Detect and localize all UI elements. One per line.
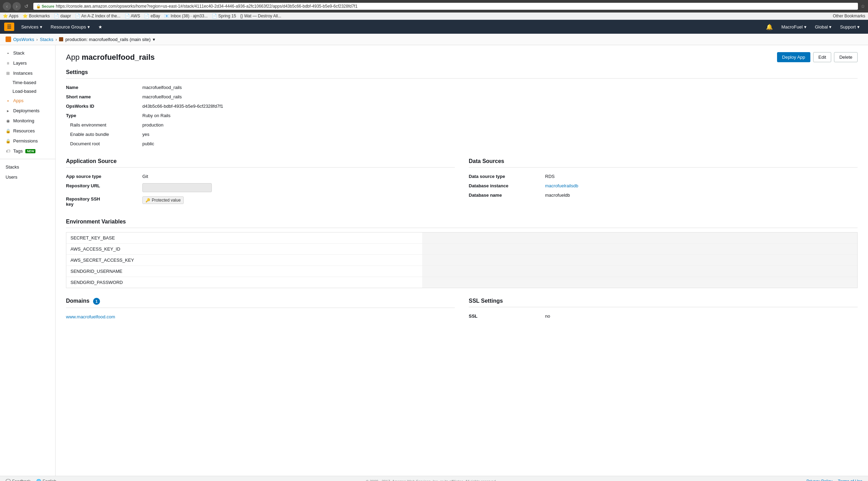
auto-bundle-value: yes	[142, 132, 149, 137]
domain-link[interactable]: www.macrofuelfood.com	[66, 314, 115, 319]
breadcrumb-separator-2: ›	[56, 37, 57, 42]
user-nav-item[interactable]: MacroFuel ▾	[777, 20, 810, 34]
sidebar-item-stacks[interactable]: Stacks	[0, 162, 55, 172]
type-label: Type	[66, 113, 142, 118]
db-instance-link[interactable]: macrofuelrailsdb	[545, 183, 578, 188]
bookmark-bookmarks[interactable]: ⭐ Bookmarks	[23, 14, 50, 18]
env-key-sendgrid-pass: SENDGRID_PASSWORD	[66, 277, 422, 288]
aws-logo: ☰	[4, 23, 14, 31]
sidebar-item-tags[interactable]: 🏷 Tags NEW	[0, 146, 55, 156]
bookmark-ebay[interactable]: 📄 eBay	[144, 14, 160, 18]
env-val-sendgrid-user	[422, 266, 857, 277]
opsworks-breadcrumb: OpsWorks	[6, 36, 34, 42]
resources-icon: 🔒	[6, 129, 10, 133]
bookmark-star[interactable]: ☆	[861, 3, 865, 9]
forward-button[interactable]: ›	[12, 2, 21, 10]
sidebar-item-layers[interactable]: ≡ Layers	[0, 58, 55, 68]
data-source-type-row: Data source type RDS	[469, 172, 858, 181]
deploy-app-button[interactable]: Deploy App	[777, 52, 811, 62]
settings-docroot-row: Document root public	[66, 139, 858, 148]
terms-of-use-link[interactable]: Terms of Use	[838, 479, 862, 481]
env-row-sendgrid-user: SENDGRID_USERNAME	[66, 266, 857, 277]
app-source-type-row: App source type Git	[66, 172, 455, 181]
sidebar-item-monitoring[interactable]: ◉ Monitoring	[0, 116, 55, 126]
sidebar-item-users[interactable]: Users	[0, 172, 55, 182]
address-bar[interactable]: 🔒 Secure https://console.aws.amazon.com/…	[33, 3, 858, 10]
settings-section: Settings Name macrofuelfood_rails Short …	[66, 69, 858, 148]
env-key-secret-key: SECRET_KEY_BASE	[66, 233, 422, 243]
feedback-button[interactable]: 💬 Feedback	[6, 479, 31, 481]
delete-button[interactable]: Delete	[834, 52, 858, 62]
env-val-sendgrid-pass	[422, 277, 857, 288]
sidebar-item-time-based[interactable]: Time-based	[0, 78, 55, 87]
stacks-link[interactable]: Stacks	[40, 37, 53, 42]
env-row-access-key-id: AWS_ACCESS_KEY_ID	[66, 244, 857, 255]
bookmark-apps[interactable]: ⭐ Apps	[3, 14, 18, 18]
feedback-icon: 💬	[6, 479, 11, 481]
sidebar-item-instances[interactable]: ⊞ Instances	[0, 68, 55, 78]
sidebar-item-resources[interactable]: 🔒 Resources	[0, 126, 55, 136]
back-button[interactable]: ‹	[3, 2, 11, 10]
monitoring-icon: ◉	[6, 119, 10, 123]
bookmark-az-index[interactable]: 📄 An A-Z Index of the...	[75, 14, 120, 18]
breadcrumb-separator-1: ›	[36, 37, 37, 42]
secure-badge: 🔒 Secure	[36, 4, 55, 9]
notification-bell-icon[interactable]: 🔔	[762, 24, 777, 30]
region-chevron-icon: ▾	[829, 24, 832, 30]
rails-env-label: Rails environment	[66, 122, 142, 128]
sidebar-item-stack[interactable]: ▪ Stack	[0, 48, 55, 58]
opsworks-link[interactable]: OpsWorks	[13, 37, 34, 42]
bookmark-inbox[interactable]: 📧 Inbox (38) · ajm33...	[164, 14, 208, 18]
browser-nav-buttons: ‹ › ↺	[3, 2, 31, 10]
env-row-secret-key: SECRET_KEY_BASE	[66, 233, 857, 244]
app-source-section: Application Source App source type Git R…	[66, 158, 455, 209]
sidebar-item-deployments[interactable]: ▸ Deployments	[0, 106, 55, 116]
support-nav-item[interactable]: Support ▾	[836, 20, 864, 34]
docroot-value: public	[142, 141, 154, 146]
header-buttons: Deploy App Edit Delete	[777, 52, 858, 62]
bookmark-aws[interactable]: 📄 AWS	[125, 14, 140, 18]
sidebar-item-load-based[interactable]: Load-based	[0, 87, 55, 96]
domains-section: Domains 1 www.macrofuelfood.com	[66, 298, 455, 321]
app-source-type-value: Git	[142, 174, 148, 179]
services-nav-item[interactable]: Services ▾	[17, 20, 47, 34]
privacy-policy-link[interactable]: Privacy Policy	[807, 479, 833, 481]
app-source-col: Application Source App source type Git R…	[66, 158, 455, 219]
bookmark-daapr[interactable]: 📄 daapr	[54, 14, 71, 18]
env-key-access-key-id: AWS_ACCESS_KEY_ID	[66, 244, 422, 254]
resource-groups-nav-item[interactable]: Resource Groups ▾	[47, 20, 94, 34]
breadcrumb-current: production: macrofuelfood_rails (main si…	[65, 37, 151, 42]
env-variables-title: Environment Variables	[66, 219, 858, 228]
settings-name-row: Name macrofuelfood_rails	[66, 83, 858, 92]
env-variables-section: Environment Variables SECRET_KEY_BASE AW…	[66, 219, 858, 288]
other-bookmarks[interactable]: Other Bookmarks	[833, 14, 865, 18]
auto-bundle-label: Enable auto bundle	[66, 132, 142, 137]
star-nav-item[interactable]: ★	[94, 20, 107, 34]
data-source-type-label: Data source type	[469, 174, 545, 179]
aws-top-nav: ☰ Services ▾ Resource Groups ▾ ★ 🔔 Macro…	[0, 20, 868, 34]
browser-chrome: ‹ › ↺ 🔒 Secure https://console.aws.amazo…	[0, 0, 868, 13]
region-nav-item[interactable]: Global ▾	[811, 20, 836, 34]
app-source-type-label: App source type	[66, 174, 142, 179]
deployments-icon: ▸	[6, 108, 10, 113]
sidebar-item-apps[interactable]: ▪ Apps	[0, 96, 55, 106]
user-chevron-icon: ▾	[804, 24, 807, 30]
domains-col: Domains 1 www.macrofuelfood.com	[66, 298, 455, 331]
page-title: App macrofuelfood_rails	[66, 53, 155, 62]
db-name-label: Database name	[469, 193, 545, 198]
refresh-button[interactable]: ↺	[22, 2, 31, 10]
services-chevron-icon: ▾	[40, 24, 42, 30]
data-sources-title: Data Sources	[469, 158, 858, 168]
language-selector[interactable]: 🌐 English	[36, 479, 56, 481]
edit-button[interactable]: Edit	[813, 52, 831, 62]
footer-right: Privacy Policy Terms of Use	[807, 479, 862, 481]
env-val-access-key-id	[422, 244, 857, 254]
bookmark-wat[interactable]: {} Wat — Destroy All...	[240, 14, 281, 18]
settings-shortname-row: Short name macrofuelfood_rails	[66, 92, 858, 101]
ssl-settings-section: SSL Settings SSL no	[469, 298, 858, 321]
breadcrumb-dropdown-icon[interactable]: ▾	[153, 37, 155, 42]
app-source-data-sources: Application Source App source type Git R…	[66, 158, 858, 219]
bookmark-spring15[interactable]: 📄 Spring 15	[212, 14, 236, 18]
sidebar: ▪ Stack ≡ Layers ⊞ Instances Time-based …	[0, 45, 56, 476]
sidebar-item-permissions[interactable]: 🔒 Permissions	[0, 136, 55, 146]
